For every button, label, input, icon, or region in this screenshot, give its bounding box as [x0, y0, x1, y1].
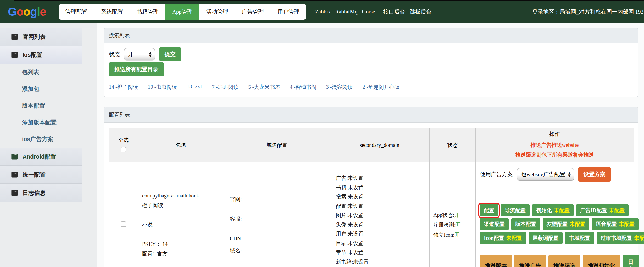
ad-plan-label: 使用广告方案 [480, 171, 513, 178]
book-icon [11, 190, 18, 196]
app-link[interactable]: 10 -虫虫阅读 [148, 84, 177, 91]
window-top-strip [14, 0, 644, 1]
col-header-package: 包名 [138, 128, 224, 162]
select-stepper-icon: ▲▼ [568, 171, 571, 177]
sidebar-item-add-package[interactable]: 添加包 [0, 81, 82, 97]
sidebar-item-unified-config[interactable]: 统一配置 [0, 166, 82, 184]
nav-tab-book-management[interactable]: 书籍管理 [130, 4, 165, 20]
ad-plan-select[interactable]: 包website广告配置 ▲▼ [517, 168, 574, 181]
redirect-config-button[interactable]: 导流配置 [501, 204, 530, 216]
col-header-actions: 操作 [476, 131, 633, 138]
sidebar-item-ios-config[interactable]: Ios配置 [0, 46, 82, 64]
config-table: 全选 包名 域名配置 secondary_domain 状态 操作 推送广告推送… [109, 128, 634, 267]
login-region-text: 登录地区：局域网_对方和您在同一内部网 192 [532, 8, 644, 15]
sidebar-item-website-list[interactable]: 官网列表 [0, 28, 82, 46]
col-header-secondary-domain: secondary_domain [330, 128, 430, 162]
push-ad-button[interactable]: 推送广告 [514, 255, 546, 267]
log-button[interactable]: 日志 [623, 255, 639, 267]
sidebar-item-package-list[interactable]: 包列表 [0, 64, 82, 81]
set-plan-button[interactable]: 设置方案 [578, 167, 611, 182]
app-link[interactable]: 3 -漫客阅读 [326, 84, 353, 91]
app-link[interactable]: 7 -追追阅读 [212, 84, 239, 91]
sidebar-item-log-info[interactable]: 日志信息 [0, 184, 82, 202]
link-rabbitmq[interactable]: RabbitMq [335, 8, 357, 15]
search-panel: 搜索列表 状态 开 ▲▼ 提交 推送所有配置目录 14 -橙子阅读 10 -虫虫… [104, 28, 638, 97]
book-icon [11, 153, 18, 160]
row-checkbox[interactable] [121, 221, 126, 227]
review-bookstore-config-button[interactable]: 过审书城配置未配置 [597, 232, 644, 244]
version-config-button[interactable]: 版本配置 [511, 218, 540, 230]
table-header-row: 全选 包名 域名配置 secondary_domain 状态 操作 推送广告推送… [109, 128, 634, 162]
init-config-button[interactable]: 初始化未配置 [532, 204, 574, 216]
topbar: Google 管理配置 系统配置 书籍管理 App管理 活动管理 广告管理 用户… [0, 0, 644, 23]
app-link[interactable]: 5 -火龙果书屋 [248, 84, 280, 91]
nav-tab-ad-management[interactable]: 广告管理 [235, 4, 271, 20]
status-select[interactable]: 开 ▲▼ [124, 48, 155, 60]
app-links: 14 -橙子阅读 10 -虫虫阅读 13 -zz1 7 -追追阅读 5 -火龙果… [109, 84, 633, 91]
book-icon [11, 34, 18, 40]
link-jump-backend[interactable]: 跳板后台 [410, 8, 432, 15]
config-button[interactable]: 配置 [480, 204, 498, 216]
link-gorse[interactable]: Gorse [362, 8, 375, 15]
nav-tab-app-management[interactable]: App管理 [165, 4, 199, 20]
select-all-checkbox[interactable] [121, 147, 126, 152]
app-link[interactable]: 2 -笔趣阁开心版 [362, 84, 399, 91]
status-on-value: 开 [456, 222, 461, 228]
blockword-config-button[interactable]: 屏蔽词配置 [529, 232, 563, 244]
config-list-panel: 配置列表 全选 包名 域名配置 secondary_domain 状态 [104, 107, 638, 267]
col-header-domain: 域名配置 [224, 128, 330, 162]
sidebar-item-version-config[interactable]: 版本配置 [0, 97, 82, 114]
config-panel-title: 配置列表 [104, 107, 638, 123]
push-all-config-button[interactable]: 推送所有配置目录 [109, 62, 164, 76]
secondary-domain-cell: 广告:未设置 书籍:未设置 搜索:未设置 配置:未设置 图片:未设置 头像:未设… [330, 162, 430, 267]
status-on-value: 开 [454, 212, 459, 218]
app-link[interactable]: 14 -橙子阅读 [109, 84, 138, 91]
domain-cell: 官网: 客服: CDN: 域名: [224, 162, 330, 267]
umeng-config-button[interactable]: 友盟配置未配置 [543, 218, 589, 230]
nav-tab-system-config[interactable]: 系统配置 [94, 4, 130, 20]
google-logo: Google [8, 5, 46, 18]
select-all-label: 全选 [109, 137, 137, 144]
search-panel-title: 搜索列表 [104, 28, 638, 43]
book-icon [11, 171, 18, 178]
app-link[interactable]: 4 -蜜柚书阁 [290, 84, 317, 91]
content-area: 搜索列表 状态 开 ▲▼ 提交 推送所有配置目录 14 -橙子阅读 10 -虫虫… [97, 23, 644, 267]
voice-config-button[interactable]: 语音配置未配置 [592, 218, 639, 230]
icon-config-button[interactable]: Icon配置未配置 [480, 232, 526, 244]
sidebar-item-add-version-config[interactable]: 添加版本配置 [0, 114, 82, 131]
main-nav: 管理配置 系统配置 书籍管理 App管理 活动管理 广告管理 用户管理 [59, 4, 306, 20]
col-header-status: 状态 [430, 128, 476, 162]
status-label: 状态 [109, 51, 120, 58]
external-links: Zabbix RabbitMq Gorse 接口后台 跳板后台 [315, 8, 432, 15]
bookstore-config-button[interactable]: 书城配置 [565, 232, 594, 244]
nav-tab-activity-management[interactable]: 活动管理 [199, 4, 235, 20]
sidebar-item-ios-ad-plan[interactable]: ios广告方案 [0, 131, 82, 148]
app-link[interactable]: 13 -zz1 [187, 84, 202, 91]
link-zabbix[interactable]: Zabbix [315, 8, 331, 15]
status-on-value: 开 [454, 232, 460, 238]
push-channel-button[interactable]: 推送渠道 [548, 255, 580, 267]
nav-tab-management-config[interactable]: 管理配置 [59, 4, 94, 20]
actions-cell: 使用广告方案 包website广告配置 ▲▼ 设置方案 配置 导流配置 初始化未… [476, 162, 634, 267]
status-cell: App状态:开 注册检测:开 独立Icon:开 [430, 162, 476, 267]
push-init-button[interactable]: 推送初始化 [583, 255, 620, 267]
submit-button[interactable]: 提交 [159, 47, 181, 61]
package-cell: com.pythagoras.math.book 橙子阅读 小说 PKEY： 1… [138, 162, 224, 267]
actions-note-1: 推送广告推送website [476, 140, 633, 150]
sidebar-item-android-config[interactable]: Android配置 [0, 148, 82, 166]
actions-note-2: 推送渠道则包下所有渠道将会推送 [476, 150, 633, 160]
channel-config-button[interactable]: 渠道配置 [480, 218, 509, 230]
nav-tab-user-management[interactable]: 用户管理 [271, 4, 306, 20]
sidebar: 官网列表 Ios配置 包列表 添加包 版本配置 添加版本配置 ios广告方案 A… [0, 23, 97, 267]
select-stepper-icon: ▲▼ [149, 51, 152, 57]
link-api-backend[interactable]: 接口后台 [383, 8, 405, 15]
ad-id-config-button[interactable]: 广告ID配置未配置 [576, 204, 629, 216]
table-row: com.pythagoras.math.book 橙子阅读 小说 PKEY： 1… [109, 162, 634, 267]
book-icon [11, 52, 18, 58]
push-version-button[interactable]: 推送版本 [480, 255, 512, 267]
